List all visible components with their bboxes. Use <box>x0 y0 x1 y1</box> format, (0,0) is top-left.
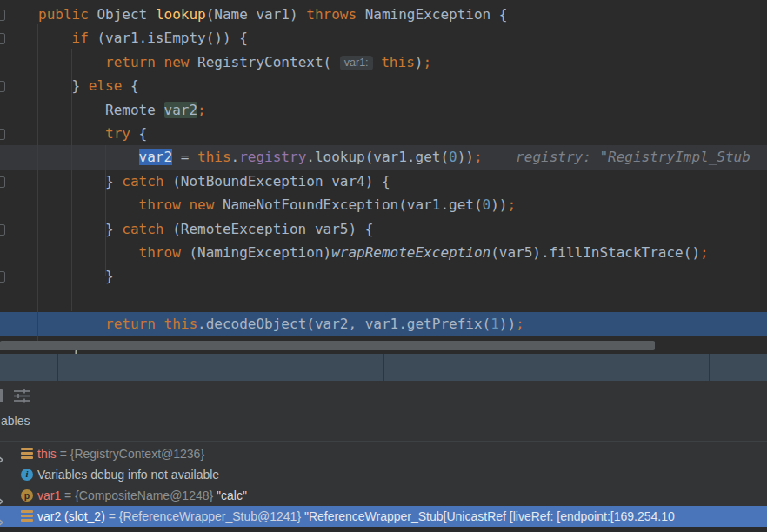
code-token: Object <box>97 6 155 23</box>
variable-row[interactable]: var2 (slot_2) = {ReferenceWrapper_Stub@1… <box>0 506 767 527</box>
fold-marker-icon[interactable] <box>0 224 5 236</box>
fold-marker-icon[interactable] <box>0 176 5 188</box>
code-line: throw new NameNotFoundException(var1.get… <box>38 193 750 216</box>
code-line <box>38 289 750 312</box>
code-line: } else { <box>38 74 750 97</box>
code-token: .lookup(var1.get( <box>306 149 449 165</box>
fold-marker-icon[interactable] <box>0 33 5 44</box>
code-token: = <box>172 149 197 165</box>
variable-value: = {RegistryContext@1236} <box>57 447 204 461</box>
code-token: return <box>105 316 163 332</box>
variable-string-value: "ReferenceWrapper_Stub[UnicastRef [liveR… <box>304 509 675 523</box>
code-token: )) <box>499 316 516 332</box>
code-token: catch <box>122 221 172 237</box>
variable-name: this <box>37 447 57 461</box>
code-token: (var1.isEmpty()) { <box>97 30 247 46</box>
parameter-icon: p <box>21 489 33 502</box>
code-token: var2 <box>164 102 198 118</box>
code-line: } catch (RemoteException var5) { <box>38 217 750 241</box>
code-token: ; <box>700 244 709 261</box>
code-token: throw <box>139 244 190 261</box>
code-token: { <box>139 125 148 142</box>
variables-info-row[interactable]: iVariables debug info not available <box>0 464 767 485</box>
parameter-hint-inlay: var1: <box>340 56 373 70</box>
code-token: this <box>164 316 198 332</box>
code-token <box>38 125 105 142</box>
code-token: this <box>381 54 415 70</box>
variable-row[interactable]: this = {RegistryContext@1236} <box>0 443 767 464</box>
code-token: ; <box>423 54 431 70</box>
code-token <box>38 54 105 70</box>
code-token: ; <box>507 196 516 213</box>
variable-value: = {CompositeName@1248} <box>61 489 217 502</box>
code-lines: public Object lookup(Name var1) throws N… <box>38 3 750 354</box>
code-token: return <box>105 54 163 70</box>
cut-toolbar-icon[interactable] <box>0 389 3 402</box>
code-token: else <box>89 77 130 94</box>
expand-chevron-icon[interactable] <box>0 449 5 458</box>
code-line: } catch (NotBoundException var4) { <box>38 170 750 193</box>
code-editor[interactable]: public Object lookup(Name var1) throws N… <box>0 0 767 354</box>
horizontal-scrollbar-thumb[interactable] <box>0 341 655 350</box>
code-token <box>38 316 105 332</box>
code-token: (RemoteException var5) { <box>172 221 373 237</box>
code-token: this <box>197 149 231 165</box>
code-line: if (var1.isEmpty()) { <box>38 26 750 50</box>
variable-row[interactable]: pvar1 = {CompositeName@1248} "calc" <box>0 485 767 506</box>
code-token: (NotBoundException var4) { <box>172 173 390 190</box>
strip-divider <box>709 354 710 381</box>
strip-divider <box>383 354 384 381</box>
code-token: NamingException { <box>365 6 508 23</box>
code-token: 0 <box>483 196 491 213</box>
code-token: ; <box>197 102 206 118</box>
code-token: (var5).fillInStackTrace() <box>490 244 700 261</box>
code-token: registry <box>239 149 306 165</box>
code-token: )) <box>457 149 474 165</box>
code-token: (NamingException) <box>189 244 331 261</box>
value-stack-icon <box>21 448 33 460</box>
code-token: new <box>189 196 223 213</box>
code-token: try <box>105 125 139 142</box>
value-stack-icon <box>21 510 33 522</box>
fold-marker-icon[interactable] <box>0 129 5 140</box>
code-token: lookup <box>156 6 206 23</box>
code-token: } <box>38 173 122 190</box>
code-token: . <box>231 149 240 165</box>
code-token <box>38 30 72 46</box>
code-token: ) <box>415 54 424 70</box>
code-token: new <box>164 54 198 70</box>
code-token: catch <box>122 173 172 190</box>
expand-chevron-icon[interactable] <box>0 512 5 521</box>
code-line: return this.decodeObject(var2, var1.getP… <box>38 312 750 336</box>
fold-marker-icon[interactable] <box>0 81 5 92</box>
code-token: var2 <box>139 149 173 165</box>
fold-marker-icon[interactable] <box>0 10 5 21</box>
variables-panel-title: ables <box>1 414 30 428</box>
code-line: throw (NamingException)wrapRemoteExcepti… <box>38 241 750 264</box>
code-token: (Name var1) <box>206 6 307 23</box>
code-token: .decodeObject(var2, var1.getPrefix( <box>197 316 490 332</box>
fold-marker-icon[interactable] <box>0 271 5 283</box>
variable-string-value: "calc" <box>217 489 247 502</box>
expand-chevron-icon[interactable] <box>0 491 5 500</box>
panel-bottom-edge <box>0 527 767 532</box>
code-token <box>38 244 139 261</box>
debugger-inline-value: registry: "RegistryImpl_Stub <box>483 149 750 165</box>
code-token: 1 <box>490 316 499 332</box>
view-options-icon[interactable] <box>13 389 32 403</box>
code-token: )) <box>490 196 507 213</box>
code-token <box>38 149 139 165</box>
code-token <box>373 54 382 70</box>
code-token: { <box>130 77 139 94</box>
info-message: Variables debug info not available <box>37 468 219 482</box>
code-line: } <box>38 264 750 288</box>
code-line: try { <box>38 122 750 145</box>
code-token: if <box>72 30 97 46</box>
code-token: } <box>38 77 89 94</box>
code-token: wrapRemoteException <box>331 244 490 261</box>
code-line: return new RegistryContext( var1: this); <box>38 50 750 74</box>
code-line: var2 = this.registry.lookup(var1.get(0))… <box>38 145 750 169</box>
divider <box>0 441 767 442</box>
code-token: } <box>38 268 114 284</box>
code-token: ; <box>516 316 524 332</box>
